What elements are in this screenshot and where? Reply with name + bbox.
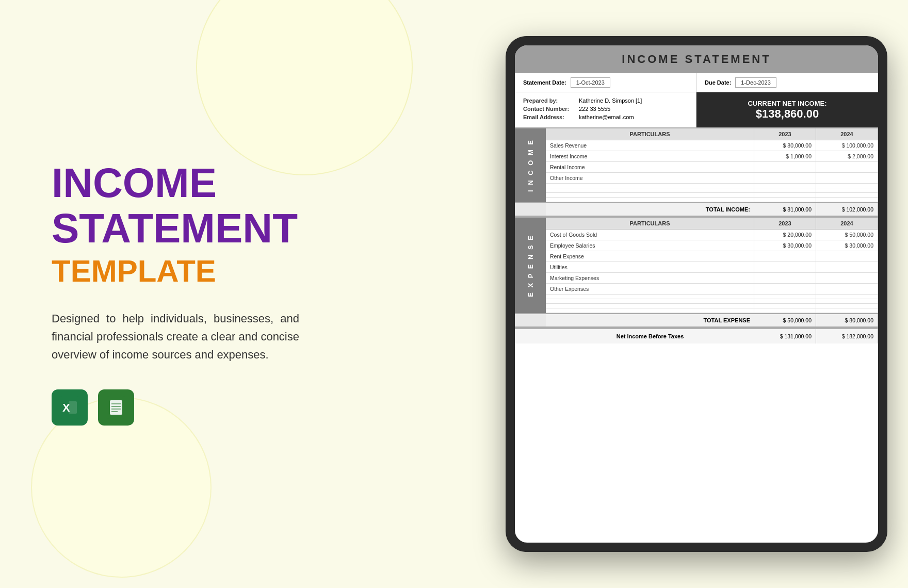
total-income-row: TOTAL INCOME: $ 81,000.00 $ 102,000.00 (515, 202, 878, 217)
svg-rect-6 (111, 406, 121, 407)
expense-th-2023: 2023 (754, 218, 816, 229)
contact-row: Contact Number: 222 33 5555 (523, 106, 688, 112)
total-expense-label: TOTAL EXPENSE (546, 314, 754, 326)
expense-row-2024 (816, 308, 878, 313)
expense-row-2024: $ 50,000.00 (816, 230, 878, 240)
income-table-row: Rental Income (546, 162, 878, 173)
due-date-value: 1-Dec-2023 (735, 77, 776, 88)
income-row-name: Rental Income (546, 162, 754, 172)
expense-th-2024: 2024 (816, 218, 878, 229)
expense-row-2023: $ 20,000.00 (754, 230, 816, 240)
main-title-line2: STATEMENT (52, 208, 310, 249)
expense-row-name: Cost of Goods Sold (546, 230, 754, 240)
income-table-row (546, 184, 878, 188)
income-section: I N C O M E PARTICULARS 2023 2024 Sales … (515, 128, 878, 218)
income-row-2023 (754, 198, 816, 202)
expense-row-2023 (754, 304, 816, 308)
income-table-row: Other Income (546, 173, 878, 184)
income-row-2023 (754, 173, 816, 183)
income-row-name (546, 184, 754, 188)
doc-title: INCOME STATEMENT (622, 53, 771, 66)
description-text: Designed to help individuals, businesses… (52, 309, 299, 364)
svg-rect-7 (111, 409, 121, 410)
svg-rect-8 (111, 411, 118, 412)
income-row-2023: $ 80,000.00 (754, 140, 816, 151)
income-row-2024 (816, 184, 878, 188)
expense-row-2024 (816, 251, 878, 262)
net-income-spacer (515, 329, 546, 344)
expense-row-name (546, 304, 754, 308)
expense-row-name: Utilities (546, 262, 754, 272)
tablet-device: INCOME STATEMENT Statement Date: 1-Oct-2… (506, 36, 887, 552)
sheets-icon (98, 389, 134, 426)
prepared-by-value: Katherine D. Simpson [1] (579, 97, 642, 104)
doc-title-bar: INCOME STATEMENT (515, 45, 878, 73)
net-income-2024: $ 182,000.00 (816, 329, 878, 344)
email-value: katherine@email.com (579, 114, 634, 120)
income-row-name: Sales Revenue (546, 140, 754, 151)
expense-table: PARTICULARS 2023 2024 Cost of Goods Sold… (546, 218, 878, 313)
income-row-2024 (816, 162, 878, 172)
left-panel: INCOME STATEMENT TEMPLATE Designed to he… (31, 0, 330, 588)
expense-row-2023 (754, 299, 816, 303)
app-icons-row: X (52, 389, 310, 426)
net-income-row: Net Income Before Taxes $ 131,000.00 $ 1… (515, 329, 878, 344)
svg-rect-2 (69, 401, 77, 414)
income-row-name (546, 198, 754, 202)
expense-th-particulars: PARTICULARS (546, 218, 754, 229)
prepared-by-label: Prepared by: (523, 97, 575, 104)
main-title-line1: INCOME (52, 162, 310, 204)
expense-row-name: Marketing Expenses (546, 273, 754, 283)
income-rows: Sales Revenue $ 80,000.00 $ 100,000.00 I… (546, 140, 878, 202)
expense-section: E X P E N S E PARTICULARS 2023 2024 Cost… (515, 218, 878, 329)
expense-row-name (546, 295, 754, 299)
expense-table-row (546, 295, 878, 299)
expense-row-2024 (816, 299, 878, 303)
document-content: INCOME STATEMENT Statement Date: 1-Oct-2… (515, 45, 878, 543)
income-table-row: Sales Revenue $ 80,000.00 $ 100,000.00 (546, 140, 878, 151)
expense-row-2024 (816, 295, 878, 299)
income-label: I N C O M E (527, 139, 534, 192)
expense-row-2023 (754, 251, 816, 262)
email-label: Email Address: (523, 114, 575, 120)
income-th-2023: 2023 (754, 128, 816, 140)
statement-date-section: Statement Date: 1-Oct-2023 (515, 73, 696, 92)
expense-row-name (546, 308, 754, 313)
prepared-by-section: Prepared by: Katherine D. Simpson [1] Co… (515, 92, 696, 127)
expense-row-2023 (754, 308, 816, 313)
expense-row-name: Other Expenses (546, 284, 754, 294)
tablet-outer: INCOME STATEMENT Statement Date: 1-Oct-2… (506, 36, 887, 552)
total-expense-row: TOTAL EXPENSE $ 50,000.00 $ 80,000.00 (515, 313, 878, 328)
expense-table-row (546, 308, 878, 313)
total-expense-spacer (515, 314, 546, 326)
income-row-2023: $ 1,000.00 (754, 151, 816, 161)
income-table-row (546, 188, 878, 193)
income-section-body: I N C O M E PARTICULARS 2023 2024 Sales … (515, 128, 878, 202)
income-row-name: Other Income (546, 173, 754, 183)
expense-table-row: Utilities (546, 262, 878, 273)
date-row: Statement Date: 1-Oct-2023 Due Date: 1-D… (515, 73, 878, 92)
income-row-2024 (816, 193, 878, 197)
expense-table-row: Marketing Expenses (546, 273, 878, 284)
expense-row-2023 (754, 284, 816, 294)
income-row-2024: $ 100,000.00 (816, 140, 878, 151)
income-row-2024 (816, 188, 878, 192)
expense-row-name: Employee Salaries (546, 240, 754, 251)
expense-row-2024: $ 30,000.00 (816, 240, 878, 251)
due-date-label: Due Date: (705, 79, 731, 86)
expense-row-2024 (816, 284, 878, 294)
contact-label: Contact Number: (523, 106, 575, 112)
expense-row-2023: $ 30,000.00 (754, 240, 816, 251)
expense-table-row: Other Expenses (546, 284, 878, 295)
income-th-particulars: PARTICULARS (546, 128, 754, 140)
due-date-section: Due Date: 1-Dec-2023 (696, 73, 878, 92)
statement-date-value: 1-Oct-2023 (571, 77, 610, 88)
total-income-label: TOTAL INCOME: (546, 203, 754, 216)
total-expense-2023: $ 50,000.00 (754, 314, 816, 326)
total-income-2024: $ 102,000.00 (816, 203, 878, 216)
income-row-2023 (754, 193, 816, 197)
total-income-2023: $ 81,000.00 (754, 203, 816, 216)
expense-label: E X P E N S E (527, 234, 534, 297)
svg-rect-4 (110, 400, 122, 415)
income-table: PARTICULARS 2023 2024 Sales Revenue $ 80… (546, 128, 878, 202)
